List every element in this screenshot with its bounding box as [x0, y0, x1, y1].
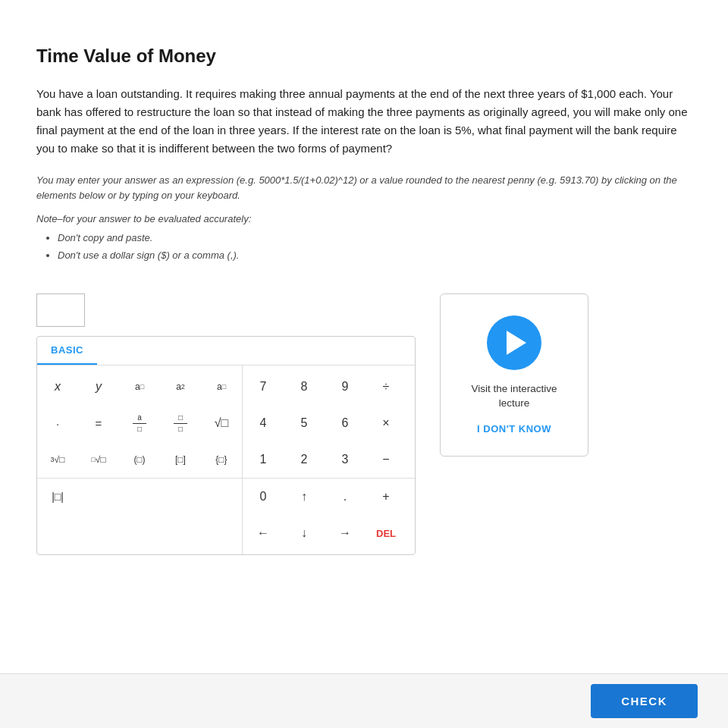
calc-dot[interactable]: ·	[37, 405, 78, 441]
calc-del[interactable]: DEL	[366, 515, 406, 551]
calc-6[interactable]: 6	[325, 405, 366, 441]
lecture-label: Visit the interactive lecture	[459, 382, 570, 411]
calc-plus[interactable]: +	[366, 479, 406, 515]
instruction-text: You may enter your answer as an expressi…	[36, 173, 692, 202]
calc-7[interactable]: 7	[243, 369, 284, 405]
numpad-row-1: 7 8 9 ÷	[243, 369, 415, 405]
calc-grid: x y a□ a2 a□ · = a	[37, 366, 415, 554]
calc-row-4: |□|	[37, 478, 242, 515]
note-item-2: Don't use a dollar sign ($) or a comma (…	[58, 248, 692, 264]
calc-2[interactable]: 2	[284, 441, 325, 478]
right-panel: Visit the interactive lecture I DON'T KN…	[440, 293, 588, 457]
answer-area: BASIC x y a□ a2 a□	[36, 293, 692, 555]
calculator: BASIC x y a□ a2 a□	[36, 336, 416, 555]
calc-abs[interactable]: |□|	[37, 479, 78, 515]
check-button[interactable]: CHECK	[591, 684, 698, 718]
calc-5[interactable]: 5	[284, 405, 325, 441]
calc-right-arrow[interactable]: →	[325, 515, 366, 551]
calc-bracket[interactable]: [□]	[160, 441, 201, 478]
calc-x[interactable]: x	[37, 369, 78, 405]
calc-cbrt[interactable]: 3√□	[37, 441, 78, 478]
calc-right: 7 8 9 ÷ 4 5 6 ×	[243, 366, 415, 554]
numpad-row-4: 0 ↑ . +	[243, 478, 415, 515]
calc-3[interactable]: 3	[325, 441, 366, 478]
numpad-row-2: 4 5 6 ×	[243, 405, 415, 441]
calc-row-2: · = a □ □	[37, 405, 242, 441]
calc-paren[interactable]: (□)	[119, 441, 160, 478]
calc-0[interactable]: 0	[243, 479, 284, 515]
calc-y[interactable]: y	[78, 369, 119, 405]
calc-tabs: BASIC	[37, 337, 415, 366]
calc-8[interactable]: 8	[284, 369, 325, 405]
numpad-row-5: ← ↓ → DEL	[243, 515, 415, 551]
calc-4[interactable]: 4	[243, 405, 284, 441]
answer-input-box[interactable]	[36, 293, 85, 327]
calc-9[interactable]: 9	[325, 369, 366, 405]
footer-bar: CHECK	[0, 673, 728, 728]
calc-row-1: x y a□ a2 a□	[37, 369, 242, 405]
left-section: BASIC x y a□ a2 a□	[36, 293, 416, 555]
calc-row-3: 3√□ □√□ (□) [□] {□}	[37, 441, 242, 478]
page-title: Time Value of Money	[36, 46, 692, 67]
calc-a-super-box[interactable]: a□	[119, 369, 160, 405]
calc-a-sub-box[interactable]: a□	[201, 369, 242, 405]
calc-equals[interactable]: =	[78, 405, 119, 441]
calc-nthrt[interactable]: □√□	[78, 441, 119, 478]
calc-down-arrow[interactable]: ↓	[284, 515, 325, 551]
calc-1[interactable]: 1	[243, 441, 284, 478]
calc-brace[interactable]: {□}	[201, 441, 242, 478]
calc-divide[interactable]: ÷	[366, 369, 406, 405]
calc-sqrt[interactable]: √□	[201, 405, 242, 441]
play-button[interactable]	[487, 315, 541, 370]
play-icon	[507, 331, 526, 355]
note-section: Note–for your answer to be evaluated acc…	[36, 212, 692, 263]
calc-decimal[interactable]: .	[325, 479, 366, 515]
note-list: Don't copy and paste. Don't use a dollar…	[58, 231, 692, 264]
question-text: You have a loan outstanding. It requires…	[36, 85, 692, 158]
calc-left-arrow[interactable]: ←	[243, 515, 284, 551]
calc-a-squared[interactable]: a2	[160, 369, 201, 405]
calc-left: x y a□ a2 a□ · = a	[37, 366, 243, 554]
dont-know-button[interactable]: I DON'T KNOW	[477, 423, 551, 435]
calc-up[interactable]: ↑	[284, 479, 325, 515]
calc-multiply[interactable]: ×	[366, 405, 406, 441]
calc-frac-box[interactable]: □ □	[160, 405, 201, 441]
note-item-1: Don't copy and paste.	[58, 231, 692, 246]
numpad-row-3: 1 2 3 −	[243, 441, 415, 478]
tab-basic[interactable]: BASIC	[37, 337, 97, 365]
calc-frac-a[interactable]: a □	[119, 405, 160, 441]
calc-minus[interactable]: −	[366, 441, 406, 478]
note-header: Note–for your answer to be evaluated acc…	[36, 213, 251, 224]
